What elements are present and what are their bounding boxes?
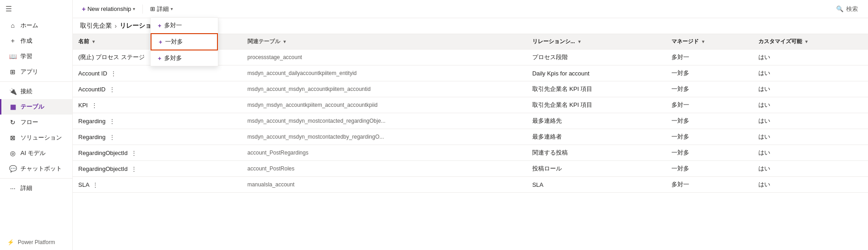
sidebar-item-label: 学習 <box>20 52 32 60</box>
breadcrumb-parent[interactable]: 取引先企業 <box>80 22 112 30</box>
toolbar-separator <box>142 5 143 14</box>
search-button[interactable]: 🔍 検索 <box>832 3 863 15</box>
create-icon: ＋ <box>9 37 17 45</box>
cell-name-1: Account ID ⋮ <box>73 65 242 81</box>
row-menu-icon-7[interactable]: ⋮ <box>129 165 139 173</box>
dropdown-one-to-many[interactable]: + 一対多 <box>151 33 218 50</box>
sort-icon-name: ▾ <box>92 39 95 44</box>
cell-name-5: Regarding ⋮ <box>73 129 242 145</box>
new-relationship-button[interactable]: + New relationship ▾ <box>78 4 139 15</box>
sidebar-item-label: AI モデル <box>20 149 45 157</box>
cell-related-8: SLA <box>527 177 666 193</box>
sidebar-item-flow[interactable]: ↻ フロー <box>0 115 72 130</box>
sidebar-footer[interactable]: ⚡ Power Platform <box>0 235 72 250</box>
table-row: AccountID ⋮ msdyn_account_msdyn_accountk… <box>73 81 868 97</box>
details-icon: ⊞ <box>150 5 155 12</box>
relationships-table-area: 名前 ▾ 関連テーブル ▾ リレーションシ... ▾ マネージド ▾ <box>73 34 868 250</box>
col-schema-label: 関連テーブル <box>247 38 280 45</box>
chevron-down-icon: ▾ <box>133 6 135 11</box>
sidebar-divider <box>0 81 72 82</box>
cell-rel-type-5: 一対多 <box>666 129 753 145</box>
row-name-8: SLA <box>78 181 89 188</box>
breadcrumb-separator: › <box>115 22 117 30</box>
solutions-icon: ⊠ <box>9 134 17 141</box>
toolbar: + New relationship ▾ ⊞ 詳細 ▾ 🔍 検索 + 多対一 +… <box>73 0 868 18</box>
row-menu-icon-1[interactable]: ⋮ <box>109 69 118 78</box>
chevron-down-icon-2: ▾ <box>171 6 173 11</box>
sidebar-item-label: テーブル <box>20 103 44 111</box>
sidebar-footer-label: Power Platform <box>18 239 55 245</box>
sidebar-item-tables[interactable]: ▦ テーブル <box>0 99 72 115</box>
row-name-1: Account ID <box>78 70 107 77</box>
cell-name-2: AccountID ⋮ <box>73 81 242 97</box>
sidebar-item-label: フロー <box>20 118 38 126</box>
sidebar-divider-2 <box>0 178 72 179</box>
details-label: 詳細 <box>157 5 169 13</box>
more-icon: ··· <box>9 185 17 192</box>
cell-schema-2: msdyn_account_msdyn_accountkpiitem_accou… <box>242 81 527 97</box>
sort-icon-schema: ▾ <box>283 39 286 44</box>
row-menu-icon-3[interactable]: ⋮ <box>90 101 99 110</box>
row-menu-icon-5[interactable]: ⋮ <box>107 133 117 141</box>
sidebar-item-label: 作成 <box>20 37 32 45</box>
row-menu-icon-2[interactable]: ⋮ <box>107 85 117 94</box>
sidebar-item-solutions[interactable]: ⊠ ソリューション <box>0 130 72 145</box>
plus-icon-m1: + <box>158 22 161 29</box>
sidebar-nav: ⌂ ホーム ＋ 作成 📖 学習 ⊞ アプリ 🔌 接続 ▦ テーブル ↻ フロー <box>0 18 72 235</box>
chatbot-icon: 💬 <box>9 165 17 172</box>
details-button[interactable]: ⊞ 詳細 ▾ <box>146 3 177 15</box>
table-row: RegardingObjectId ⋮ account_PostRoles 投稿… <box>73 161 868 177</box>
plus-icon-mm: + <box>158 55 161 62</box>
row-menu-icon-4[interactable]: ⋮ <box>107 117 117 125</box>
col-header-rel-type[interactable]: マネージド ▾ <box>666 34 753 50</box>
cell-managed-8: はい <box>753 177 868 193</box>
dropdown-item-label: 一対多 <box>165 38 183 46</box>
sidebar-item-home[interactable]: ⌂ ホーム <box>0 18 72 33</box>
cell-schema-8: manualsla_account <box>242 177 527 193</box>
col-header-managed[interactable]: カスタマイズ可能 ▾ <box>753 34 868 50</box>
dropdown-item-label: 多対一 <box>164 21 182 30</box>
col-related-label: リレーションシ... <box>532 38 575 45</box>
table-row: Regarding ⋮ msdyn_account_msdyn_mostcont… <box>73 129 868 145</box>
sidebar-item-connect[interactable]: 🔌 接続 <box>0 84 72 99</box>
cell-managed-3: はい <box>753 97 868 113</box>
power-platform-icon: ⚡ <box>7 239 14 245</box>
sidebar-item-chatbot[interactable]: 💬 チャットボット <box>0 161 72 176</box>
cell-schema-0: processstage_account <box>242 50 527 65</box>
sidebar-item-label: チャットボット <box>20 165 62 173</box>
col-rel-type-label: マネージド <box>671 38 699 45</box>
cell-related-3: 取引先企業名 KPI 項目 <box>527 97 666 113</box>
row-name-4: Regarding <box>78 118 106 125</box>
cell-rel-type-4: 一対多 <box>666 113 753 129</box>
dropdown-many-to-many[interactable]: + 多対多 <box>151 50 218 66</box>
row-name-7: RegardingObjectId <box>78 165 127 172</box>
sidebar-item-apps[interactable]: ⊞ アプリ <box>0 64 72 80</box>
row-menu-icon-6[interactable]: ⋮ <box>129 149 139 157</box>
col-name-label: 名前 <box>78 38 89 45</box>
sort-icon-rel-type: ▾ <box>702 39 704 44</box>
plus-icon-1m: + <box>159 39 162 45</box>
cell-name-6: RegardingObjectId ⋮ <box>73 145 242 161</box>
row-name-5: Regarding <box>78 134 106 140</box>
cell-rel-type-3: 多対一 <box>666 97 753 113</box>
cell-schema-6: account_PostRegardings <box>242 145 527 161</box>
dropdown-many-to-one[interactable]: + 多対一 <box>151 18 218 33</box>
dropdown-item-label: 多対多 <box>164 54 182 62</box>
table-row: SLA ⋮ manualsla_account SLA 多対一 はい <box>73 177 868 193</box>
tables-icon: ▦ <box>9 103 17 110</box>
sidebar-item-learn[interactable]: 📖 学習 <box>0 49 72 64</box>
cell-rel-type-0: 多対一 <box>666 50 753 65</box>
row-menu-icon-8[interactable]: ⋮ <box>91 180 100 189</box>
table-row: Account ID ⋮ msdyn_account_dailyaccountk… <box>73 65 868 81</box>
search-label: 検索 <box>846 5 858 13</box>
col-header-related[interactable]: リレーションシ... ▾ <box>527 34 666 50</box>
table-row: RegardingObjectId ⋮ account_PostRegardin… <box>73 145 868 161</box>
cell-rel-type-2: 一対多 <box>666 81 753 97</box>
col-header-schema[interactable]: 関連テーブル ▾ <box>242 34 527 50</box>
cell-schema-4: msdyn_account_msdyn_mostcontacted_regard… <box>242 113 527 129</box>
hamburger-icon[interactable]: ☰ <box>5 5 12 13</box>
cell-name-7: RegardingObjectId ⋮ <box>73 161 242 177</box>
sidebar-item-more[interactable]: ··· 詳細 <box>0 180 72 196</box>
sidebar-item-create[interactable]: ＋ 作成 <box>0 33 72 49</box>
sidebar-item-ai[interactable]: ◎ AI モデル <box>0 145 72 161</box>
